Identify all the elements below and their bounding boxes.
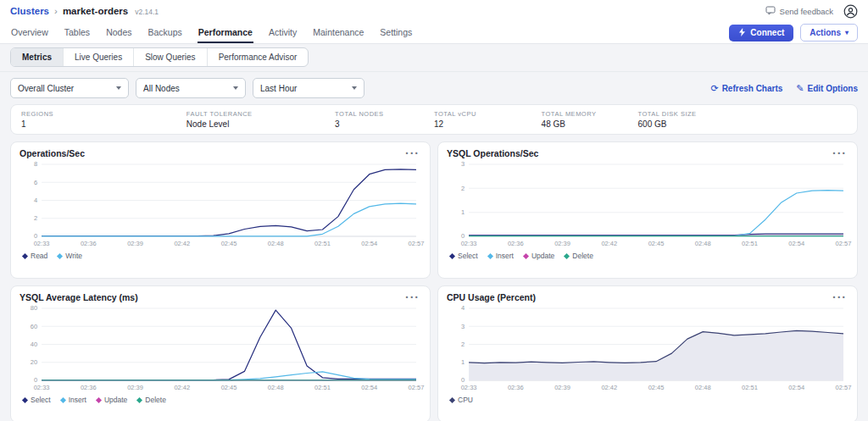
tab-bar: Overview Tables Nodes Backups Performanc… bbox=[0, 22, 868, 44]
svg-text:02:36: 02:36 bbox=[508, 240, 524, 247]
legend-label: Delete bbox=[572, 252, 593, 260]
svg-text:02:57: 02:57 bbox=[409, 240, 425, 247]
connect-button[interactable]: Connect bbox=[729, 25, 793, 42]
line-chart: 012302:3302:3602:3902:4202:4502:4802:510… bbox=[447, 160, 849, 250]
tab-tables[interactable]: Tables bbox=[64, 22, 91, 43]
legend-label: Select bbox=[458, 252, 478, 260]
svg-text:02:36: 02:36 bbox=[81, 240, 97, 247]
actions-button[interactable]: Actions ▾ bbox=[800, 24, 858, 42]
chart-option-links: ⟳ Refresh Charts ✎ Edit Options bbox=[710, 83, 858, 94]
avatar[interactable] bbox=[843, 4, 858, 19]
legend-item-read[interactable]: Read bbox=[23, 252, 47, 260]
legend-label: Insert bbox=[69, 396, 86, 404]
legend-marker-icon bbox=[523, 252, 529, 258]
stat-total-memory: TOTAL MEMORY 48 GB bbox=[542, 110, 638, 129]
svg-text:02:39: 02:39 bbox=[554, 240, 570, 247]
legend-item-select[interactable]: Select bbox=[450, 252, 478, 260]
svg-text:02:42: 02:42 bbox=[174, 384, 190, 391]
svg-text:1: 1 bbox=[461, 208, 465, 216]
legend-label: Update bbox=[531, 252, 554, 260]
send-feedback-button[interactable]: Send feedback bbox=[765, 5, 833, 17]
svg-text:02:54: 02:54 bbox=[361, 384, 377, 391]
chevron-down-icon bbox=[233, 86, 238, 90]
chart-card-cpu-usage: CPU Usage (Percent) 0123402:3302:3602:39… bbox=[437, 285, 858, 421]
more-options-icon[interactable] bbox=[831, 151, 849, 156]
svg-text:6: 6 bbox=[34, 179, 37, 186]
svg-text:02:33: 02:33 bbox=[34, 240, 50, 247]
legend-marker-icon bbox=[136, 396, 142, 402]
time-range-select[interactable]: Last Hour bbox=[253, 78, 364, 98]
legend-item-delete[interactable]: Delete bbox=[137, 396, 166, 404]
svg-text:02:57: 02:57 bbox=[836, 384, 852, 391]
chevron-down-icon bbox=[352, 86, 357, 90]
svg-text:02:48: 02:48 bbox=[695, 240, 711, 247]
svg-text:4: 4 bbox=[34, 197, 37, 204]
svg-text:02:33: 02:33 bbox=[461, 240, 477, 247]
tab-activity[interactable]: Activity bbox=[268, 22, 298, 43]
stat-total-disk-size: TOTAL DISK SIZE 600 GB bbox=[638, 110, 847, 129]
legend-item-insert[interactable]: Insert bbox=[61, 396, 86, 404]
line-chart: 02040608002:3302:3602:3902:4202:4502:480… bbox=[19, 304, 421, 394]
svg-text:3: 3 bbox=[461, 323, 465, 330]
svg-text:02:48: 02:48 bbox=[268, 240, 284, 247]
area-chart: 0123402:3302:3602:3902:4202:4502:4802:51… bbox=[447, 304, 849, 394]
svg-text:02:57: 02:57 bbox=[409, 384, 425, 391]
more-options-icon[interactable] bbox=[831, 295, 849, 300]
chevron-down-icon bbox=[116, 86, 121, 90]
chart-card-ysql-average-latency: YSQL Average Latency (ms) 02040608002:33… bbox=[10, 285, 431, 421]
cluster-stats-bar: REGIONS 1 FAULT TOLERANCE Node Level TOT… bbox=[10, 104, 858, 135]
chevron-down-icon: ▾ bbox=[845, 29, 849, 36]
subtab-slow-queries[interactable]: Slow Queries bbox=[134, 48, 207, 66]
breadcrumb-clusters-link[interactable]: Clusters bbox=[10, 6, 49, 16]
stat-value: 48 GB bbox=[542, 119, 638, 129]
svg-text:3: 3 bbox=[461, 161, 465, 169]
svg-text:02:39: 02:39 bbox=[554, 384, 570, 391]
chart-legend: ReadWrite bbox=[19, 250, 421, 262]
svg-text:02:39: 02:39 bbox=[127, 384, 143, 391]
legend-item-write[interactable]: Write bbox=[58, 252, 82, 260]
more-options-icon[interactable] bbox=[403, 295, 421, 300]
legend-item-insert[interactable]: Insert bbox=[488, 252, 514, 260]
stat-total-nodes: TOTAL NODES 3 bbox=[335, 110, 434, 129]
svg-text:02:33: 02:33 bbox=[34, 384, 50, 391]
chart-legend: CPU bbox=[447, 394, 849, 406]
tab-performance[interactable]: Performance bbox=[198, 22, 253, 43]
tab-backups[interactable]: Backups bbox=[147, 22, 182, 43]
more-options-icon[interactable] bbox=[403, 151, 421, 156]
svg-text:02:39: 02:39 bbox=[127, 240, 143, 247]
svg-text:02:42: 02:42 bbox=[174, 240, 190, 247]
filter-selects: Overall Cluster All Nodes Last Hour bbox=[10, 78, 364, 98]
cluster-name: market-orders bbox=[63, 6, 128, 16]
nodes-select[interactable]: All Nodes bbox=[136, 78, 246, 98]
legend-item-select[interactable]: Select bbox=[23, 396, 51, 404]
legend-label: CPU bbox=[458, 396, 473, 404]
tab-overview[interactable]: Overview bbox=[10, 22, 49, 43]
stat-value: 600 GB bbox=[638, 119, 847, 129]
cluster-scope-select[interactable]: Overall Cluster bbox=[10, 78, 129, 98]
legend-item-update[interactable]: Update bbox=[524, 252, 554, 260]
edit-options-label: Edit Options bbox=[808, 84, 858, 93]
chart-legend: SelectInsertUpdateDelete bbox=[19, 394, 421, 406]
edit-options-button[interactable]: ✎ Edit Options bbox=[796, 83, 858, 94]
chart-title: CPU Usage (Percent) bbox=[447, 292, 536, 302]
svg-text:02:45: 02:45 bbox=[648, 240, 665, 247]
tab-maintenance[interactable]: Maintenance bbox=[312, 22, 364, 43]
refresh-charts-button[interactable]: ⟳ Refresh Charts bbox=[710, 83, 782, 94]
stat-total-vcpu: TOTAL vCPU 12 bbox=[434, 110, 542, 129]
svg-text:2: 2 bbox=[461, 341, 465, 348]
svg-text:02:54: 02:54 bbox=[788, 240, 804, 247]
top-header: Clusters › market-orders v2.14.1 Send fe… bbox=[0, 0, 868, 22]
legend-item-update[interactable]: Update bbox=[97, 396, 127, 404]
svg-text:8: 8 bbox=[34, 161, 37, 169]
svg-text:02:48: 02:48 bbox=[695, 384, 711, 391]
header-buttons: Connect Actions ▾ bbox=[729, 22, 858, 43]
line-chart: 0246802:3302:3602:3902:4202:4502:4802:51… bbox=[19, 160, 421, 250]
subtab-performance-advisor[interactable]: Performance Advisor bbox=[208, 48, 309, 66]
tab-settings[interactable]: Settings bbox=[379, 22, 413, 43]
legend-item-delete[interactable]: Delete bbox=[565, 252, 593, 260]
subtab-metrics[interactable]: Metrics bbox=[11, 48, 64, 66]
subtab-live-queries[interactable]: Live Queries bbox=[64, 48, 134, 66]
tab-nodes[interactable]: Nodes bbox=[105, 22, 132, 43]
legend-item-cpu[interactable]: CPU bbox=[450, 396, 473, 404]
feedback-icon bbox=[765, 5, 776, 17]
